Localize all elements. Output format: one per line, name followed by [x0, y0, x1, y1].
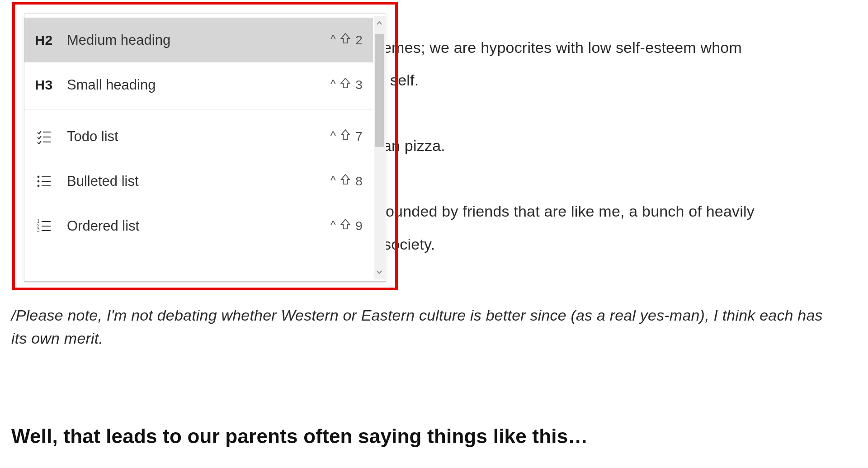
body-text-line-1: emes; we are hypocrites with low self-es… — [383, 36, 742, 59]
body-text-line-4: ounded by friends that are like me, a bu… — [386, 200, 755, 223]
section-heading: Well, that leads to our parents often sa… — [11, 425, 588, 448]
annotation-highlight-box — [12, 2, 398, 290]
editor-viewport: emes; we are hypocrites with low self-es… — [0, 0, 868, 468]
body-note-italic: /Please note, I'm not debating whether W… — [11, 304, 834, 350]
